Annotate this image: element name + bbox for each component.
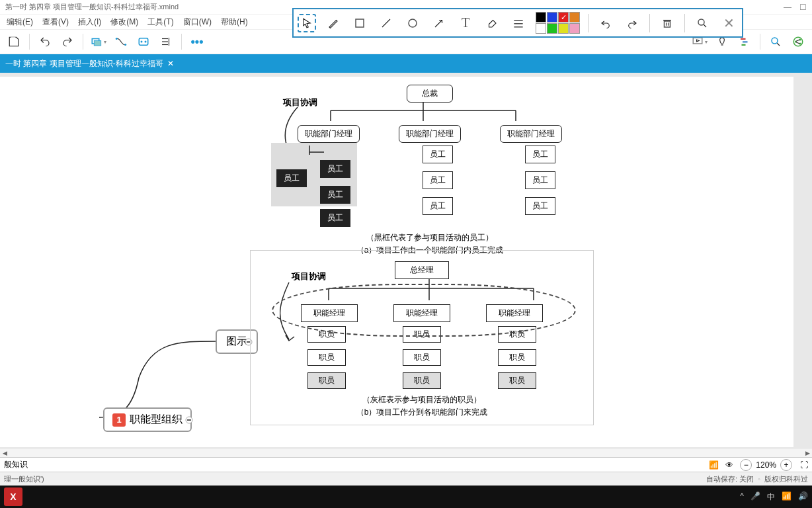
- svg-rect-13: [721, 44, 723, 46]
- d1-mgr-2: 职能部门经理: [399, 125, 461, 143]
- svg-point-36: [698, 19, 704, 25]
- window-title: 第一时 第四章 项目管理一般知识-科科过幸福哥.xmind: [5, 2, 179, 12]
- d1-top: 总裁: [407, 85, 453, 103]
- svg-point-8: [145, 41, 147, 43]
- d1-staff-a3: 员工: [320, 186, 350, 204]
- search-icon[interactable]: [767, 33, 784, 50]
- relationship-icon[interactable]: [112, 33, 130, 50]
- status-bar-2: 理一般知识') 自动保存: 关闭 ◦ 版权归科科过: [0, 472, 812, 486]
- redo-annot-icon[interactable]: [623, 14, 641, 32]
- d1-staff-c2: 员工: [525, 171, 555, 189]
- circle-tool-icon[interactable]: [403, 14, 422, 32]
- scroll-right-icon[interactable]: ▶: [803, 448, 812, 458]
- menu-tools[interactable]: 工具(T): [143, 15, 177, 29]
- maximize-button[interactable]: ☐: [799, 3, 807, 12]
- document-tab[interactable]: 一时 第四章 项目管理一般知识-科科过幸福哥 ✕: [0, 54, 179, 73]
- highlight-tool-icon[interactable]: [509, 14, 528, 32]
- zoom-icon[interactable]: [693, 14, 711, 32]
- canvas-area[interactable]: 图示 1 职能型组织 项目协调 总裁 职能部门经理 职能部门经理 职能部门经理: [0, 73, 812, 466]
- menu-insert[interactable]: 插入(I): [74, 15, 105, 29]
- color-pink[interactable]: [569, 23, 580, 34]
- boundary-icon[interactable]: [135, 33, 152, 50]
- tray-volume-icon[interactable]: 🔊: [798, 491, 808, 503]
- color-palette: ✓: [536, 12, 580, 34]
- color-white[interactable]: [536, 23, 546, 34]
- svg-rect-32: [665, 21, 670, 27]
- redo-icon[interactable]: [59, 33, 76, 50]
- svg-line-26: [382, 19, 390, 27]
- tray-mic-icon[interactable]: 🎤: [751, 491, 760, 503]
- menu-view[interactable]: 查看(V): [38, 15, 73, 29]
- menu-window[interactable]: 窗口(W): [179, 15, 216, 29]
- svg-rect-14: [741, 38, 746, 40]
- pen-tool-icon[interactable]: [324, 14, 343, 32]
- zoom-control: − 120% + ⛶: [740, 459, 808, 471]
- menu-modify[interactable]: 修改(M): [106, 15, 142, 29]
- org-chart-a: 项目协调 总裁 职能部门经理 职能部门经理 职能部门经理 员工 员工 员工 员工: [271, 85, 589, 256]
- svg-point-5: [124, 44, 126, 46]
- tray-wifi-icon[interactable]: 📶: [782, 491, 792, 503]
- svg-rect-3: [94, 41, 101, 46]
- svg-line-24: [796, 42, 799, 44]
- menu-edit[interactable]: 编辑(E): [3, 15, 37, 29]
- delete-icon[interactable]: [658, 14, 676, 32]
- close-annot-icon[interactable]: ✕: [719, 14, 738, 32]
- svg-point-27: [409, 19, 417, 27]
- undo-icon[interactable]: [36, 33, 54, 50]
- wifi-icon: 📶: [709, 460, 719, 470]
- d1-staff-b2: 员工: [423, 171, 453, 189]
- footer1-text: 般知识: [4, 459, 28, 470]
- copyright-text: 版权归科科过: [764, 474, 808, 484]
- scroll-left-icon[interactable]: ◀: [0, 448, 9, 458]
- d1-note: （黑框代表了参与项目活动的员工）: [271, 232, 589, 243]
- svg-rect-0: [11, 37, 16, 40]
- d2-staff-b3: 职员: [403, 372, 441, 389]
- d2-note: （灰框表示参与项目活动的职员）: [263, 394, 581, 405]
- undo-annot-icon[interactable]: [596, 14, 615, 32]
- d2-caption: （b）项目工作分到各职能部门来完成: [263, 407, 581, 418]
- taskbar: X ^ 🎤 中 📶 🔊: [0, 486, 812, 508]
- zoom-out-button[interactable]: −: [740, 459, 752, 471]
- tab-bar: 一时 第四章 项目管理一般知识-科科过幸福哥 ✕: [0, 54, 812, 73]
- rectangle-tool-icon[interactable]: [350, 14, 369, 32]
- svg-line-37: [704, 24, 706, 27]
- line-tool-icon[interactable]: [377, 14, 395, 32]
- color-red-active[interactable]: ✓: [558, 12, 569, 22]
- color-green[interactable]: [547, 23, 557, 34]
- eye-icon[interactable]: 👁: [725, 460, 733, 470]
- more-icon[interactable]: •••: [188, 33, 206, 50]
- topic-style-icon[interactable]: ▾: [90, 33, 107, 50]
- d1-staff-a4: 员工: [320, 209, 350, 227]
- save-icon[interactable]: [5, 33, 22, 50]
- d1-staff-c3: 员工: [525, 197, 555, 215]
- svg-line-18: [777, 43, 780, 46]
- svg-rect-25: [356, 19, 364, 27]
- mindmap-node-zhineng[interactable]: 1 职能型组织: [103, 407, 192, 432]
- d1-mgr-3: 职能部门经理: [500, 125, 562, 143]
- pointer-tool-icon[interactable]: [298, 14, 316, 32]
- color-yellow[interactable]: [558, 23, 569, 34]
- share-icon[interactable]: [790, 33, 807, 50]
- minimize-button[interactable]: —: [784, 3, 792, 12]
- menu-help[interactable]: 帮助(H): [217, 15, 252, 29]
- summary-icon[interactable]: [157, 33, 175, 50]
- svg-rect-12: [693, 38, 702, 44]
- d2-staff-c2: 职员: [498, 349, 536, 366]
- d2-dashed-boundary: [272, 284, 576, 337]
- eraser-tool-icon[interactable]: [483, 14, 501, 32]
- xmind-app-icon[interactable]: X: [4, 487, 22, 506]
- text-tool-icon[interactable]: T: [456, 14, 475, 32]
- autosave-status: 自动保存: 关闭: [706, 474, 754, 484]
- d2-staff-c3: 职员: [498, 372, 536, 389]
- color-blue[interactable]: [547, 12, 557, 22]
- zoom-value: 120%: [756, 460, 776, 470]
- tray-input-icon[interactable]: 中: [767, 491, 775, 503]
- zoom-in-button[interactable]: +: [780, 459, 792, 471]
- horizontal-scrollbar[interactable]: ◀ ▶: [0, 448, 812, 457]
- fullscreen-icon[interactable]: ⛶: [800, 460, 808, 470]
- arrow-tool-icon[interactable]: [430, 14, 448, 32]
- color-orange[interactable]: [569, 12, 580, 22]
- tab-close-icon[interactable]: ✕: [167, 59, 174, 68]
- color-black[interactable]: [536, 12, 546, 22]
- tray-up-icon[interactable]: ^: [740, 491, 744, 503]
